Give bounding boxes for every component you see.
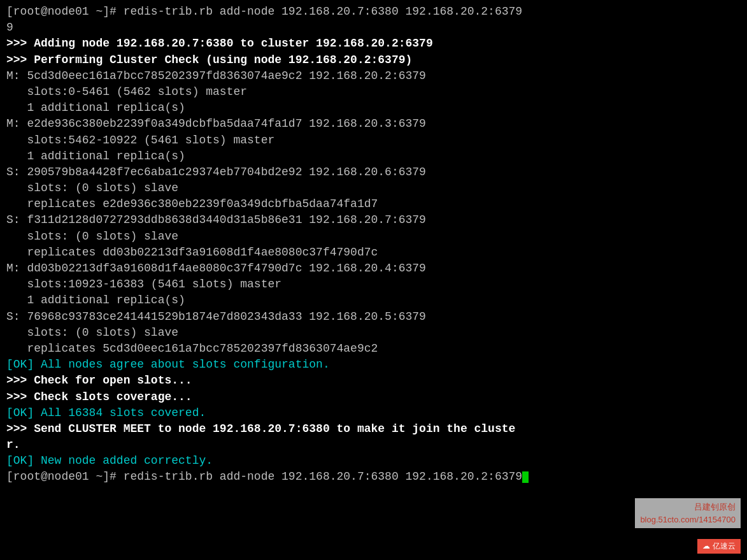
- terminal-line-l5: 1 additional replica(s): [6, 100, 741, 116]
- terminal: [root@node01 ~]# redis-trib.rb add-node …: [0, 0, 747, 560]
- terminal-line-l14: replicates dd03b02213df3a91608d1f4ae8080…: [6, 245, 741, 261]
- terminal-line-l15: M: dd03b02213df3a91608d1f4ae8080c37f4790…: [6, 261, 741, 276]
- terminal-line-l26: r.: [6, 437, 741, 453]
- terminal-line-l11: replicates e2de936c380eb2239f0a349dcbfba…: [6, 196, 741, 212]
- terminal-line-l4: slots:0-5461 (5462 slots) master: [6, 84, 741, 100]
- terminal-line-l20: replicates 5cd3d0eec161a7bcc785202397fd8…: [6, 341, 741, 357]
- terminal-line-l10: slots: (0 slots) slave: [6, 180, 741, 196]
- terminal-line-l2: >>> Performing Cluster Check (using node…: [6, 52, 741, 68]
- terminal-line-cmd1: [root@node01 ~]# redis-trib.rb add-node …: [6, 4, 741, 20]
- terminal-line-l13: slots: (0 slots) slave: [6, 229, 741, 245]
- terminal-line-l24: [OK] All 16384 slots covered.: [6, 405, 741, 421]
- terminal-line-l27: [OK] New node added correctly.: [6, 453, 741, 469]
- terminal-line-l6: M: e2de936c380eb2239f0a349dcbfba5daa74fa…: [6, 116, 741, 132]
- terminal-line-l21: [OK] All nodes agree about slots configu…: [6, 357, 741, 373]
- terminal-line-l23: >>> Check slots coverage...: [6, 389, 741, 405]
- terminal-line-l16: slots:10923-16383 (5461 slots) master: [6, 276, 741, 292]
- terminal-line-l3: M: 5cd3d0eec161a7bcc785202397fd8363074ae…: [6, 68, 741, 84]
- logo-badge: ☁亿速云: [697, 539, 741, 554]
- terminal-line-l25: >>> Send CLUSTER MEET to node 192.168.20…: [6, 421, 741, 437]
- terminal-line-l18: S: 76968c93783ce241441529b1874e7d802343d…: [6, 309, 741, 325]
- terminal-line-cmd1b: 9: [6, 20, 741, 36]
- terminal-line-l22: >>> Check for open slots...: [6, 373, 741, 389]
- logo-icon: ☁: [702, 541, 710, 552]
- terminal-line-l19: slots: (0 slots) slave: [6, 325, 741, 341]
- terminal-line-l1: >>> Adding node 192.168.20.7:6380 to clu…: [6, 36, 741, 52]
- watermark: 吕建钊原创blog.51cto.com/14154700: [635, 498, 741, 528]
- terminal-cursor: [522, 471, 529, 483]
- terminal-line-l9: S: 290579b8a4428f7ec6aba1c29374eb7704bd2…: [6, 164, 741, 180]
- terminal-line-l28: [root@node01 ~]# redis-trib.rb add-node …: [6, 469, 741, 485]
- terminal-line-l17: 1 additional replica(s): [6, 292, 741, 308]
- terminal-line-l12: S: f311d2128d0727293ddb8638d3440d31a5b86…: [6, 212, 741, 228]
- logo-text: 亿速云: [713, 541, 736, 552]
- terminal-line-l7: slots:5462-10922 (5461 slots) master: [6, 133, 741, 148]
- terminal-line-l8: 1 additional replica(s): [6, 148, 741, 164]
